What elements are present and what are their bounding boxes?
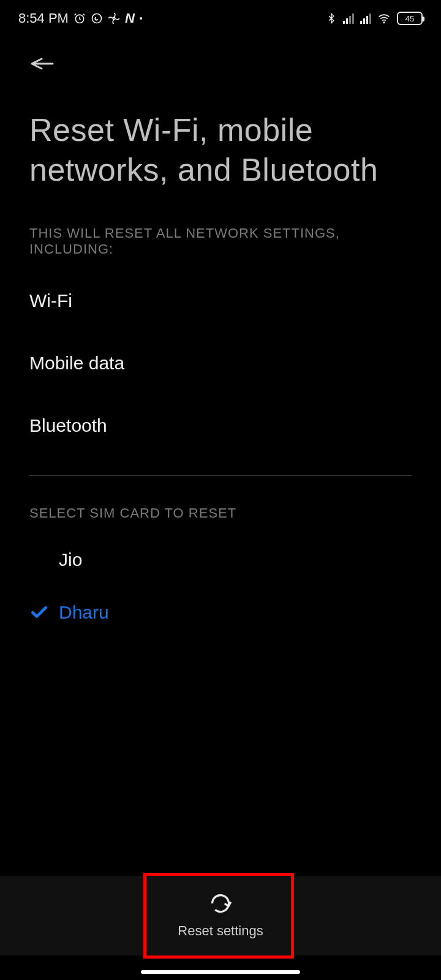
reset-settings-button[interactable]: Reset settings bbox=[144, 881, 296, 950]
page-title: Reset Wi-Fi, mobile networks, and Blueto… bbox=[0, 81, 441, 196]
status-right: 45 bbox=[326, 12, 423, 25]
sim-label-dharu: Dharu bbox=[59, 602, 109, 623]
sim-option-jio[interactable]: Jio bbox=[29, 533, 412, 586]
sim-list: Jio Dharu bbox=[0, 533, 441, 639]
page-subtitle: THIS WILL RESET ALL NETWORK SETTINGS, IN… bbox=[0, 196, 441, 270]
reset-item-mobile-data: Mobile data bbox=[29, 332, 412, 394]
status-time: 8:54 PM bbox=[18, 10, 69, 26]
fan-icon bbox=[108, 12, 120, 24]
reset-list: Wi-Fi Mobile data Bluetooth bbox=[0, 270, 441, 457]
reset-item-bluetooth: Bluetooth bbox=[29, 394, 412, 457]
svg-point-3 bbox=[383, 22, 385, 23]
battery-level: 45 bbox=[405, 14, 414, 23]
reset-item-wifi: Wi-Fi bbox=[29, 270, 412, 332]
signal-sim2-icon bbox=[360, 13, 371, 24]
nav-home-indicator[interactable] bbox=[141, 970, 300, 974]
svg-point-1 bbox=[92, 14, 101, 23]
dot-icon: • bbox=[140, 13, 143, 23]
notification-icon: N bbox=[125, 10, 135, 26]
battery-icon: 45 bbox=[397, 12, 423, 25]
sim-option-dharu[interactable]: Dharu bbox=[29, 586, 412, 639]
svg-point-2 bbox=[113, 17, 115, 19]
back-button[interactable] bbox=[29, 55, 54, 75]
sim-select-header: SELECT SIM CARD TO RESET bbox=[0, 476, 441, 533]
reset-icon bbox=[209, 892, 232, 917]
wifi-icon bbox=[377, 12, 391, 24]
bluetooth-icon bbox=[326, 12, 337, 24]
signal-sim1-icon bbox=[343, 13, 354, 24]
status-left: 8:54 PM N • bbox=[18, 10, 143, 26]
whatsapp-icon bbox=[91, 12, 103, 24]
status-bar: 8:54 PM N • 45 bbox=[0, 0, 441, 37]
reset-button-label: Reset settings bbox=[178, 923, 263, 939]
alarm-icon bbox=[74, 12, 86, 24]
bottom-action-bar: Reset settings bbox=[0, 876, 441, 956]
check-icon bbox=[29, 603, 59, 622]
sim-label-jio: Jio bbox=[59, 549, 82, 570]
